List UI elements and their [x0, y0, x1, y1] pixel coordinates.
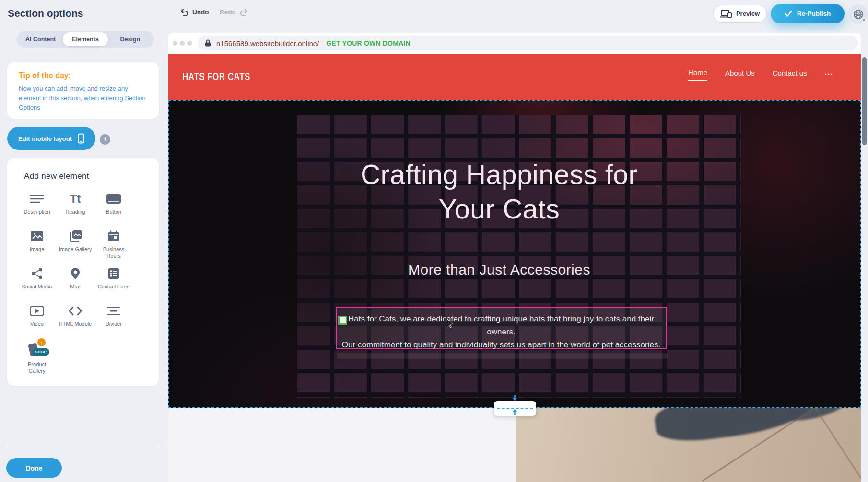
website-builder-app: Section options AI Content Elements Desi… [0, 0, 868, 482]
divider-icon [107, 304, 120, 318]
elements-grid: Description Tt Heading Button Image [18, 192, 133, 379]
element-social-media[interactable]: Social Media [18, 266, 56, 304]
edit-mobile-label: Edit mobile layout [18, 135, 72, 142]
contact-form-icon [108, 266, 119, 281]
next-section-blank[interactable] [168, 408, 516, 482]
element-product-gallery[interactable]: ↑ SHOP Product Gallery [18, 341, 56, 379]
element-video[interactable]: Video [18, 304, 56, 341]
browser-window-dots [173, 41, 192, 46]
mouse-cursor-icon [446, 319, 454, 328]
tab-ai-content[interactable]: AI Content [18, 32, 63, 46]
site-preview: HATS FOR CATS Home About Us Contact us .… [168, 54, 861, 482]
undo-button[interactable]: Undo [179, 8, 209, 16]
description-icon [30, 192, 44, 206]
site-url: n1566589.websitebuilder.online/ [216, 39, 319, 47]
arrow-up-icon [511, 409, 518, 415]
section-resize-handle[interactable] [494, 401, 536, 416]
button-icon [106, 192, 121, 206]
video-icon [30, 304, 44, 318]
globe-status-dot [862, 18, 866, 22]
hero-subtitle[interactable]: More than Just Accessories [307, 262, 692, 278]
tip-title: Tip of the day: [19, 71, 147, 80]
shop-badge: SHOP [32, 348, 49, 356]
nav-more-icon[interactable]: ... [824, 68, 833, 81]
add-element-title: Add new element [24, 172, 159, 181]
nav-about-us[interactable]: About Us [725, 69, 755, 80]
hero-description: Hats for Cats, we are dedicated to craft… [337, 312, 666, 351]
element-image[interactable]: Image [18, 229, 56, 266]
site-header: HATS FOR CATS Home About Us Contact us .… [168, 54, 861, 100]
element-description[interactable]: Description [18, 192, 56, 229]
element-ghost-strip [337, 353, 668, 359]
hero-section-selected[interactable]: Crafting Happiness for Your Cats More th… [168, 100, 861, 408]
tab-design[interactable]: Design [108, 32, 152, 46]
done-button[interactable]: Done [6, 458, 62, 478]
tip-body: Now you can add, move and resize any ele… [19, 84, 147, 113]
upgrade-arrow-icon: ↑ [37, 338, 46, 346]
tip-of-the-day-card: Tip of the day: Now you can add, move an… [7, 62, 159, 119]
info-icon[interactable]: i [100, 134, 110, 145]
lock-icon [205, 39, 211, 47]
image-gallery-icon [69, 229, 82, 243]
arrow-down-icon [511, 395, 518, 401]
element-button[interactable]: Button [94, 192, 133, 229]
browser-chrome-bar: n1566589.websitebuilder.online/ GET YOUR… [168, 33, 861, 54]
next-section-floor-image[interactable] [516, 408, 861, 482]
drag-handle[interactable] [338, 316, 347, 325]
map-icon [70, 266, 80, 281]
redo-button[interactable]: Redo [220, 8, 249, 16]
get-domain-link[interactable]: GET YOUR OWN DOMAIN [326, 39, 410, 47]
redo-icon [239, 8, 249, 16]
nav-home[interactable]: Home [688, 69, 707, 81]
page-scrollbar[interactable] [861, 33, 868, 482]
description-element-selected[interactable]: Hats for Cats, we are dedicated to craft… [336, 307, 667, 349]
element-divider[interactable]: Divider [94, 304, 133, 341]
check-icon [785, 11, 792, 17]
site-logo[interactable]: HATS FOR CATS [182, 70, 250, 83]
edit-mobile-layout-button[interactable]: Edit mobile layout [7, 127, 95, 150]
add-element-card: Add new element Description Tt Heading B… [7, 158, 159, 386]
tab-elements[interactable]: Elements [63, 32, 107, 46]
devices-icon [720, 10, 732, 18]
preview-button[interactable]: Preview [713, 5, 767, 23]
element-map[interactable]: Map [56, 266, 94, 304]
element-image-gallery[interactable]: Image Gallery [56, 229, 94, 266]
product-gallery-icon: ↑ SHOP [27, 341, 47, 358]
page-title: Section options [8, 8, 83, 19]
element-contact-form[interactable]: Contact Form [94, 266, 133, 304]
element-heading[interactable]: Tt Heading [56, 192, 94, 229]
html-module-icon [69, 304, 82, 318]
site-nav: Home About Us Contact us ... [688, 68, 833, 81]
panel-bottom-divider [6, 447, 159, 447]
social-media-icon [31, 266, 43, 281]
mobile-phone-icon [78, 133, 84, 144]
undo-icon [179, 8, 189, 16]
nav-contact-us[interactable]: Contact us [773, 69, 807, 80]
panel-tabs: AI Content Elements Design [17, 31, 154, 48]
language-globe-icon[interactable] [848, 4, 868, 24]
scrollbar-thumb[interactable] [862, 57, 867, 145]
republish-button[interactable]: Re-Publish [771, 4, 845, 23]
heading-icon: Tt [70, 192, 81, 206]
hero-title[interactable]: Crafting Happiness for Your Cats [307, 157, 692, 226]
business-hours-icon [108, 229, 119, 243]
element-html-module[interactable]: HTML Module [56, 304, 94, 341]
image-icon [31, 229, 43, 243]
address-bar[interactable]: n1566589.websitebuilder.online/ GET YOUR… [198, 36, 858, 50]
element-business-hours[interactable]: Business Hours [94, 229, 133, 266]
